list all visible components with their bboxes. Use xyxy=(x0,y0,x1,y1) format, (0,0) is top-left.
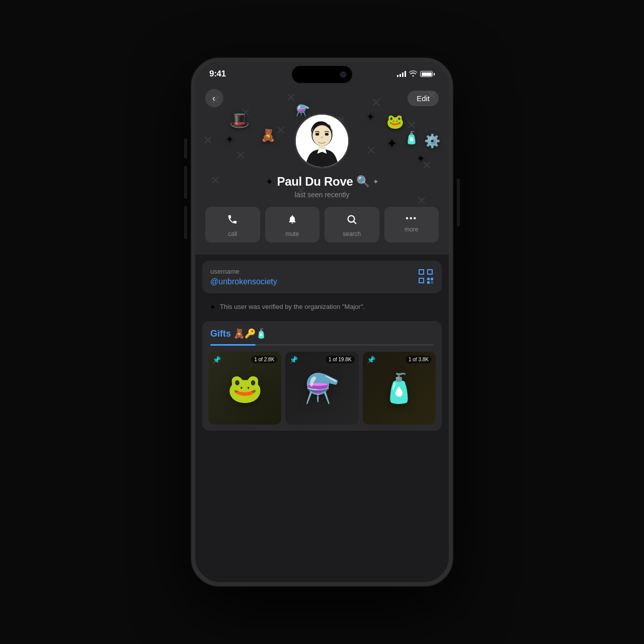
username-label: username xyxy=(210,268,277,275)
signal-icon xyxy=(397,71,406,77)
more-label: more xyxy=(405,226,418,233)
status-icons xyxy=(397,70,435,78)
profile-name-row: ✦ Paul Du Rove 🔍 ✦ xyxy=(195,175,449,189)
name-decoration-emoji: 🔍 xyxy=(356,175,370,188)
profile-name: Paul Du Rove xyxy=(277,175,353,189)
qr-code-icon[interactable] xyxy=(418,268,434,286)
bell-icon xyxy=(287,214,297,227)
phone-mockup: 9:41 xyxy=(191,58,453,586)
gift-item-perfume[interactable]: 📌 1 of 3.8K 🧴 xyxy=(363,352,436,425)
more-icon: ••• xyxy=(406,214,417,223)
mute-button[interactable]: mute xyxy=(265,207,320,243)
back-chevron-icon: ‹ xyxy=(212,93,215,104)
mute-button[interactable] xyxy=(184,138,187,158)
svg-rect-13 xyxy=(420,279,423,282)
search-button[interactable]: search xyxy=(325,207,379,243)
gifts-tab-active xyxy=(210,344,256,346)
scroll-content: username @unbrokensociety xyxy=(195,255,449,582)
status-time: 9:41 xyxy=(209,69,226,79)
svg-point-3 xyxy=(315,133,319,136)
search-icon xyxy=(346,214,357,227)
more-button[interactable]: ••• more xyxy=(384,207,439,243)
svg-line-7 xyxy=(354,221,356,223)
verified-badge: ✦ xyxy=(265,176,274,188)
pin-icon-2: 📌 xyxy=(289,356,298,364)
phone-screen: 9:41 xyxy=(195,62,449,582)
wifi-icon xyxy=(409,70,417,78)
gifts-title: Gifts 🧸🔑🧴 xyxy=(210,329,267,339)
gift-emoji-2: ⚗️ xyxy=(304,372,340,405)
power-button[interactable] xyxy=(457,179,460,226)
svg-rect-16 xyxy=(427,281,430,284)
verification-star-icon: ✦ xyxy=(209,302,216,312)
mute-label: mute xyxy=(285,230,299,237)
search-label: search xyxy=(343,230,361,237)
gifts-grid: 📌 1 of 2.8K 🐸 📌 1 of 19.8K ⚗️ 📌 1 of 3.8… xyxy=(202,346,442,431)
username-value: @unbrokensociety xyxy=(210,277,277,286)
svg-rect-14 xyxy=(427,278,430,280)
volume-down-button[interactable] xyxy=(184,206,187,239)
gifts-tab-bar xyxy=(210,344,434,346)
status-bar: 9:41 xyxy=(195,62,449,83)
pin-icon-1: 📌 xyxy=(212,356,221,364)
gift-item-vial[interactable]: 📌 1 of 19.8K ⚗️ xyxy=(285,352,358,425)
action-buttons: call mute xyxy=(195,199,449,243)
gifts-header: Gifts 🧸🔑🧴 xyxy=(202,321,442,344)
gifts-section: Gifts 🧸🔑🧴 📌 1 of 2.8K 🐸 xyxy=(202,321,442,431)
svg-point-4 xyxy=(325,133,329,136)
edit-button[interactable]: Edit xyxy=(408,91,439,106)
call-label: call xyxy=(228,230,237,237)
username-card[interactable]: username @unbrokensociety xyxy=(202,261,442,293)
camera-indicator xyxy=(340,71,346,77)
phone-frame: 9:41 xyxy=(191,58,453,586)
nav-bar: ‹ Edit xyxy=(195,83,449,111)
notch xyxy=(292,66,352,83)
gift-count-2: 1 of 19.8K xyxy=(326,356,355,363)
svg-rect-17 xyxy=(431,281,433,284)
pin-icon-3: 📌 xyxy=(367,356,375,364)
volume-up-button[interactable] xyxy=(184,166,187,199)
gift-count-3: 1 of 3.8K xyxy=(406,356,432,363)
verification-notice: ✦ This user was verified by the organiza… xyxy=(195,297,449,317)
avatar xyxy=(294,113,350,169)
sparkle-decoration: ✦ xyxy=(373,178,379,186)
back-button[interactable]: ‹ xyxy=(205,89,223,107)
call-icon xyxy=(227,214,238,227)
profile-header: ✕ ✕ ✕ ✕ ✕ ✕ ✕ ✕ ✕ ✕ ✕ ✕ ✕ ✕ ✕ xyxy=(195,83,449,255)
gift-item-frog[interactable]: 📌 1 of 2.8K 🐸 xyxy=(208,352,281,425)
call-button[interactable]: call xyxy=(205,207,260,243)
svg-rect-11 xyxy=(428,270,432,274)
gift-emoji-3: 🧴 xyxy=(381,372,417,405)
gift-emoji-1: 🐸 xyxy=(227,372,263,405)
svg-rect-9 xyxy=(420,270,423,274)
profile-status: last seen recently xyxy=(195,191,449,199)
svg-rect-15 xyxy=(431,278,433,280)
gift-count-1: 1 of 2.8K xyxy=(251,356,277,363)
battery-icon xyxy=(420,71,435,77)
avatar-container xyxy=(195,113,449,169)
verification-text: This user was verified by the organizati… xyxy=(220,302,365,311)
username-info: username @unbrokensociety xyxy=(210,268,277,286)
